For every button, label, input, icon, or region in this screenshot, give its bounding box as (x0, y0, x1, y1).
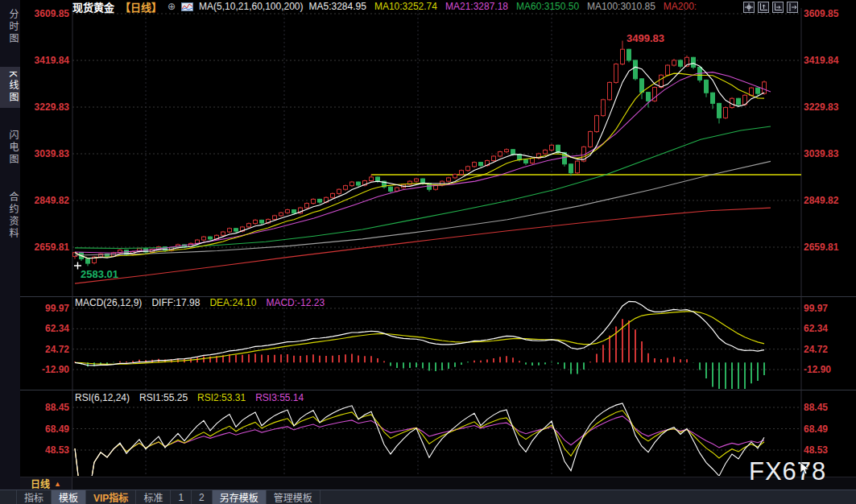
price-axis-label-left: 3039.83 (21, 148, 69, 159)
price-axis-label-right: 3609.85 (804, 8, 838, 19)
high-price-annotation: 3499.83 (626, 32, 664, 44)
price-axis-label-left: 2849.82 (21, 195, 69, 206)
price-axis-label-right: 2659.81 (804, 242, 838, 253)
rsi-axis-label-right: 68.49 (804, 423, 828, 435)
sidebar-item[interactable]: 合约资料 (0, 188, 20, 244)
period-selector[interactable]: 日线 ▲ (20, 477, 72, 490)
chevron-up-icon: ▲ (54, 480, 61, 488)
price-axis-label-right: 3419.84 (804, 55, 838, 66)
kline-app-window: 分时图K线图闪电图合约资料 现货黄金 【日线】 ⊕ MA(5,10,21,60,… (0, 0, 856, 504)
ma-readout: MA200: (664, 1, 697, 12)
ma-readouts: MA5:3284.95MA10:3252.74MA21:3287.18MA60:… (309, 1, 697, 12)
macd-bar-readout: MACD:-12.23 (266, 297, 325, 308)
price-axis-label-right: 2849.82 (804, 195, 838, 206)
rsi2-readout: RSI2:53.31 (197, 392, 246, 403)
zoom-horizontal-icon[interactable] (772, 2, 784, 13)
ma-readout: MA10:3252.74 (374, 1, 437, 12)
rsi-title: RSI(6,12,24) (75, 392, 130, 403)
toolbar-tab[interactable]: 1 (171, 490, 192, 504)
bottom-toolbar: 指标模板VIP指标标准12另存模板管理模板 (0, 490, 856, 504)
low-price-annotation: 2583.01 (81, 268, 118, 280)
macd-diff-readout: DIFF:17.98 (151, 297, 200, 308)
symbol-title: 现货黄金 (72, 0, 114, 14)
toolbar-tab[interactable]: 标准 (136, 490, 171, 504)
price-axis-label-left: 2659.81 (21, 242, 69, 253)
ma-readout: MA21:3287.18 (445, 1, 508, 12)
toolbar-tab[interactable]: 另存模板 (213, 490, 267, 504)
rsi-axis-label-right: 48.53 (804, 444, 828, 456)
macd-axis-label-left: 62.34 (21, 323, 69, 334)
sidebar-item[interactable]: 分时图 (0, 5, 20, 49)
rsi-axis-label-right: 88.45 (804, 402, 828, 413)
macd-axis-label-left: 99.97 (21, 303, 69, 314)
price-axis-label-left: 3229.83 (21, 101, 69, 113)
chart-tool-icons (743, 2, 798, 13)
macd-axis-label-right: -12.90 (804, 364, 831, 375)
rsi1-readout: RSI1:55.25 (139, 392, 188, 403)
price-axis-label-right: 3229.83 (804, 101, 838, 113)
sidebar-item[interactable]: K线图 (0, 67, 20, 108)
sidebar: 分时图K线图闪电图合约资料 (0, 0, 20, 490)
period-tag: 【日线】 (120, 0, 162, 14)
macd-panel-header: MACD(26,12,9) DIFF:17.98 DEA:24.10 MACD:… (75, 297, 325, 308)
rsi-panel-header: RSI(6,12,24) RSI1:55.25 RSI2:53.31 RSI3:… (75, 392, 304, 403)
kline-chart-canvas[interactable] (0, 0, 856, 504)
ma-readout: MA100:3010.85 (587, 1, 655, 12)
macd-axis-label-right: 99.97 (804, 303, 828, 314)
chart-header: 现货黄金 【日线】 ⊕ MA(5,10,21,60,100,200) MA5:3… (72, 0, 697, 13)
ma-readout: MA5:3284.95 (309, 1, 366, 12)
price-axis-label-left: 3609.85 (21, 8, 69, 19)
macd-axis-label-left: 24.72 (21, 344, 69, 355)
rsi-axis-label-left: 88.45 (21, 402, 69, 413)
toolbar-tab[interactable]: 2 (192, 490, 213, 504)
ma-readout: MA60:3150.50 (516, 1, 579, 12)
rsi-axis-label-left: 68.49 (21, 423, 69, 435)
toolbar-tab[interactable]: 指标 (16, 490, 52, 504)
chart-type-icon[interactable] (181, 2, 193, 11)
add-circle-icon[interactable]: ⊕ (167, 1, 176, 12)
fx678-watermark: FX678 (749, 457, 826, 486)
macd-axis-label-right: 62.34 (804, 323, 828, 334)
zoom-vertical-icon[interactable] (758, 2, 769, 13)
toolbar-tab[interactable]: 管理模板 (267, 490, 320, 504)
toolbar-tab[interactable]: VIP指标 (86, 490, 136, 504)
rsi-axis-label-left: 48.53 (21, 444, 69, 456)
macd-dea-readout: DEA:24.10 (209, 297, 256, 308)
toolbar-tab[interactable]: 模板 (52, 490, 86, 504)
macd-axis-label-left: -12.90 (21, 364, 69, 375)
crosshair-tool-icon[interactable] (743, 2, 755, 13)
macd-title: MACD(26,12,9) (75, 297, 142, 308)
price-axis-label-right: 3039.83 (804, 148, 838, 159)
mouse-cursor (800, 462, 812, 475)
rsi3-readout: RSI3:55.14 (255, 392, 304, 403)
ma-settings-label: MA(5,10,21,60,100,200) (199, 1, 303, 12)
sidebar-item[interactable]: 闪电图 (0, 126, 20, 170)
period-selector-label: 日线 (31, 477, 50, 490)
time-axis-strip: 日线 ▲ (20, 477, 856, 490)
pan-right-icon[interactable] (787, 2, 798, 13)
price-axis-label-left: 3419.84 (21, 55, 69, 66)
macd-axis-label-right: 24.72 (804, 344, 828, 355)
